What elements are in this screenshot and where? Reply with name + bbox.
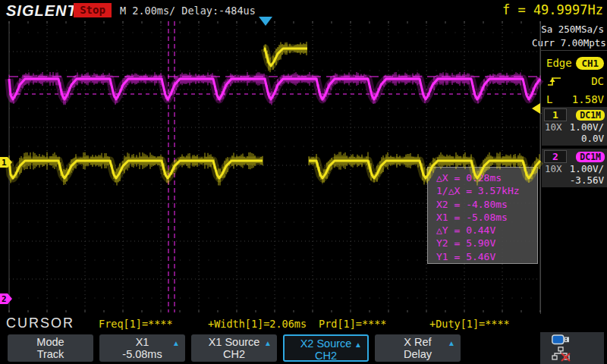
- menu-button-label: Mode: [36, 336, 64, 348]
- menu-button-x1-source[interactable]: X1 Source ▲ CH2: [191, 334, 277, 362]
- trigger-type: Edge: [546, 57, 572, 69]
- cursor-readout-panel: △X = 0.28ms 1/△X = 3.57kHz X2 = -4.80ms …: [427, 167, 538, 264]
- channel1-info-box[interactable]: 1 DC1M 10X 1.00V/ 0.0V: [542, 107, 607, 146]
- channel2-info-box[interactable]: 2 DC1M 10X 1.00V/ -3.56V: [542, 149, 607, 187]
- run-state-badge[interactable]: Stop: [74, 3, 112, 17]
- cursor-inv-delta-x: 1/△X = 3.57kHz: [436, 184, 537, 197]
- rising-edge-icon: [546, 75, 563, 87]
- waveform-display[interactable]: △X = 0.28ms 1/△X = 3.57kHz X2 = -4.80ms …: [0, 21, 540, 313]
- channel1-probe: 10X: [545, 121, 562, 133]
- menu-button-value: CH2: [191, 348, 277, 360]
- trigger-level-label: L: [546, 93, 552, 105]
- channel1-coupling-badge: DC1M: [576, 110, 605, 121]
- acquisition-info: Sa 250MSa/s Curr 7.00Mpts: [532, 23, 606, 50]
- channel2-probe: 10X: [545, 163, 562, 174]
- menu-button-x1[interactable]: X1 ▲ -5.08ms: [99, 334, 185, 362]
- expand-arrow-icon: ▲: [448, 337, 455, 350]
- menu-button-value: CH2: [285, 350, 367, 362]
- channel2-scale: 1.00V/: [570, 163, 604, 174]
- measurement-freq: Freq[1]=****: [99, 318, 173, 330]
- cursor-x2: X2 = -4.80ms: [436, 198, 537, 211]
- expand-arrow-icon: ▲: [172, 337, 180, 350]
- timebase-readout: M 2.00ms/ Delay:-484us: [120, 5, 256, 17]
- menu-button-label: X1 Source: [209, 336, 260, 348]
- measurement-bar: CURSOR Freq[1]=**** +Width[1]=2.06ms Prd…: [0, 314, 607, 332]
- menu-button-label: X1: [136, 336, 149, 348]
- expand-arrow-icon: ▲: [354, 339, 362, 351]
- memory-depth: Curr 7.00Mpts: [532, 36, 606, 50]
- sample-rate: Sa 250MSa/s: [532, 23, 606, 36]
- usb-icon: [552, 334, 571, 345]
- measurement-period: Prd[1]=****: [319, 318, 386, 330]
- cursor-y2: Y2 = 5.90V: [436, 237, 537, 249]
- menu-button-value: Delay: [375, 348, 461, 360]
- trigger-coupling: DC: [591, 75, 604, 87]
- menu-button-x-ref[interactable]: X Ref ▲ Delay: [375, 334, 461, 362]
- channel2-number: 2: [544, 150, 567, 163]
- cursor-delta-x: △X = 0.28ms: [436, 171, 537, 184]
- header-bar: SIGLENT Stop M 2.00ms/ Delay:-484us f = …: [0, 0, 607, 21]
- channel1-offset: 0.0V: [581, 133, 604, 144]
- frequency-counter: f = 49.9997Hz: [502, 2, 603, 17]
- trigger-source-badge[interactable]: CH1: [576, 57, 604, 70]
- cursor-y1: Y1 = 5.46V: [436, 250, 537, 263]
- trigger-panel[interactable]: Edge CH1 DC L 1.58V: [541, 50, 607, 114]
- menu-button-label: X Ref: [404, 336, 431, 348]
- measurement-pwidth: +Width[1]=2.06ms: [208, 318, 307, 330]
- trigger-level-value: 1.58V: [572, 93, 604, 105]
- channel2-coupling-badge: DC1M: [576, 152, 605, 162]
- menu-button-mode[interactable]: Mode Track: [8, 334, 93, 362]
- channel2-offset: -3.56V: [570, 174, 604, 186]
- menu-button-x2-source[interactable]: X2 Source ▲ CH2: [283, 334, 369, 362]
- status-icon-panel: [540, 332, 604, 364]
- channel1-number: 1: [544, 108, 567, 121]
- channel1-scale: 1.00V/: [570, 121, 604, 133]
- menu-button-label: X2 Source: [300, 337, 352, 350]
- brand-logo: SIGLENT: [6, 2, 77, 20]
- menu-button-value: Track: [8, 348, 93, 360]
- cursor-delta-y: △Y = 0.44V: [436, 224, 537, 237]
- measurement-duty: +Duty[1]=****: [429, 318, 510, 330]
- expand-arrow-icon: ▲: [264, 337, 272, 350]
- soft-menu-bar: Mode Track X1 ▲ -5.08ms X1 Source ▲ CH2 …: [0, 332, 607, 364]
- oscilloscope-screen: SIGLENT Stop M 2.00ms/ Delay:-484us f = …: [0, 0, 607, 364]
- cursor-x1: X1 = -5.08ms: [436, 211, 537, 224]
- active-menu-title: CURSOR: [6, 315, 74, 331]
- lan-disconnected-icon: [552, 347, 573, 362]
- right-sidebar: Sa 250MSa/s Curr 7.00Mpts Edge CH1 DC L …: [540, 21, 607, 315]
- menu-button-value: -5.08ms: [99, 348, 185, 360]
